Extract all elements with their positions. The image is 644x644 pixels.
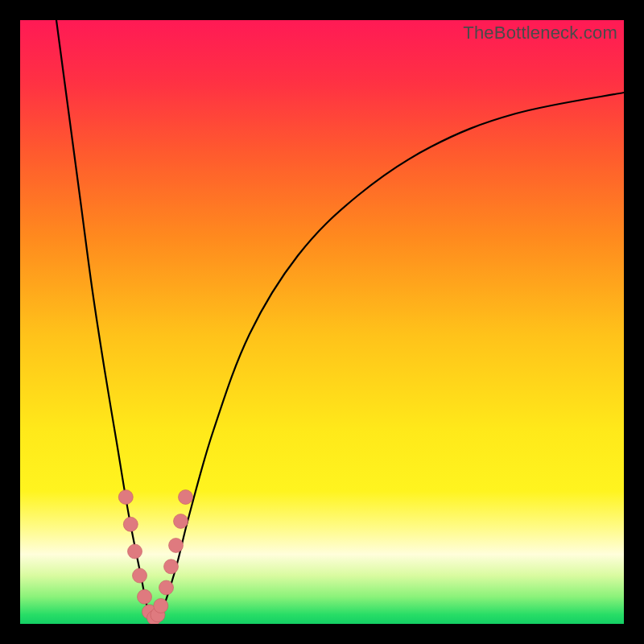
data-point	[164, 559, 179, 574]
data-point	[154, 599, 168, 613]
data-point	[138, 589, 152, 604]
bottleneck-curve	[20, 20, 624, 624]
data-point-cluster	[118, 490, 192, 625]
data-point	[123, 517, 138, 531]
data-point	[128, 544, 142, 559]
plot-area: TheBottleneck.com	[20, 20, 624, 624]
data-point	[133, 568, 147, 583]
chart-frame: TheBottleneck.com	[0, 0, 644, 644]
data-point	[179, 490, 193, 505]
data-point	[118, 490, 133, 505]
data-point	[174, 514, 188, 529]
data-point	[169, 539, 184, 553]
data-point	[159, 580, 174, 595]
